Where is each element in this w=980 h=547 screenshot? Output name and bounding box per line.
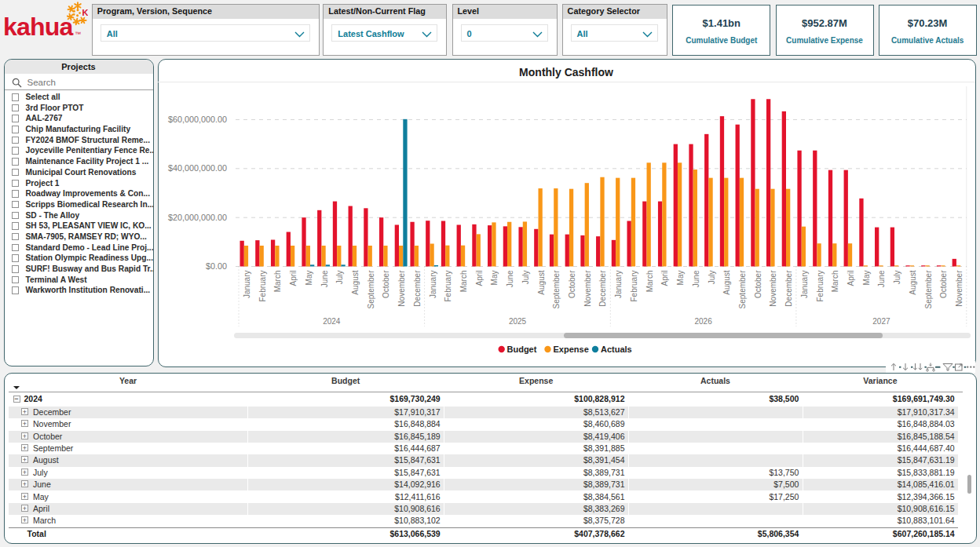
svg-text:November: November: [769, 270, 777, 307]
svg-text:July: July: [707, 271, 715, 285]
svg-text:March: March: [273, 271, 282, 293]
svg-text:April: April: [474, 271, 483, 286]
svg-text:January: January: [428, 271, 437, 299]
svg-text:Actuals: Actuals: [601, 345, 632, 354]
svg-text:February: February: [258, 271, 266, 302]
svg-text:May: May: [861, 271, 870, 286]
svg-text:2026: 2026: [694, 317, 712, 326]
svg-text:October: October: [939, 270, 948, 298]
svg-text:August: August: [722, 270, 731, 294]
svg-text:September: September: [552, 270, 561, 309]
svg-text:January: January: [243, 271, 251, 299]
svg-text:March: March: [831, 271, 839, 293]
svg-text:June: June: [320, 270, 328, 287]
svg-text:December: December: [598, 270, 607, 307]
svg-text:May: May: [490, 271, 499, 286]
svg-text:February: February: [815, 271, 824, 302]
svg-text:April: April: [660, 271, 669, 286]
svg-text:March: March: [459, 271, 468, 293]
svg-text:$40,000,000.00: $40,000,000.00: [168, 163, 227, 173]
svg-text:June: June: [877, 270, 886, 287]
svg-text:September: September: [738, 270, 747, 309]
svg-text:February: February: [630, 271, 638, 302]
svg-text:January: January: [614, 271, 623, 299]
svg-text:November: November: [955, 270, 964, 307]
svg-text:September: September: [366, 270, 375, 309]
svg-text:September: September: [923, 270, 932, 309]
svg-text:$60,000,000.00: $60,000,000.00: [168, 115, 227, 124]
svg-text:K: K: [82, 8, 89, 17]
svg-text:July: July: [335, 271, 344, 285]
svg-text:December: December: [413, 270, 422, 307]
svg-text:May: May: [676, 271, 685, 286]
svg-text:October: October: [568, 270, 576, 298]
svg-text:February: February: [444, 271, 452, 302]
svg-text:July: July: [893, 271, 901, 285]
svg-text:Monthly Cashflow: Monthly Cashflow: [519, 66, 613, 78]
svg-text:August: August: [536, 270, 545, 294]
svg-text:$0.00: $0.00: [206, 261, 227, 271]
svg-text:March: March: [645, 271, 653, 293]
svg-text:Budget: Budget: [506, 345, 536, 354]
svg-text:Expense: Expense: [553, 345, 588, 354]
svg-text:December: December: [784, 270, 793, 307]
svg-text:August: August: [351, 270, 360, 294]
svg-text:April: April: [289, 271, 298, 286]
svg-text:January: January: [800, 271, 809, 299]
svg-text:October: October: [382, 270, 390, 298]
svg-text:November: November: [583, 270, 591, 307]
svg-text:$20,000,000.00: $20,000,000.00: [168, 213, 227, 222]
svg-text:August: August: [909, 270, 917, 294]
svg-text:2027: 2027: [872, 317, 890, 326]
svg-text:May: May: [304, 271, 313, 286]
svg-text:November: November: [397, 270, 406, 307]
svg-text:2025: 2025: [509, 317, 527, 326]
svg-text:2024: 2024: [323, 317, 341, 326]
svg-text:June: June: [691, 270, 700, 287]
svg-text:April: April: [847, 271, 855, 286]
svg-text:October: October: [753, 270, 762, 298]
svg-text:July: July: [521, 271, 530, 285]
svg-text:June: June: [506, 270, 514, 287]
